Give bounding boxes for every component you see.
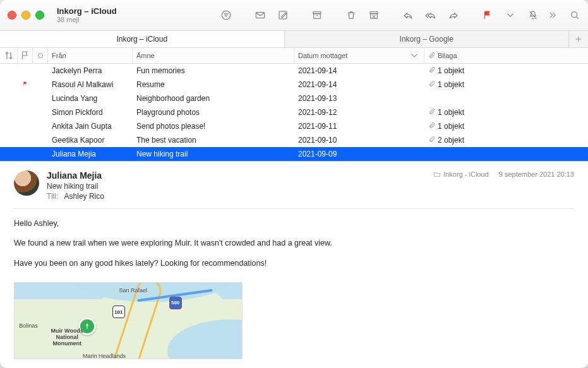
map-attachment[interactable]: 101 580 San Rafael Muir WoodsNationalMon… (14, 282, 243, 359)
forward-icon[interactable] (448, 9, 459, 21)
flag-header-icon (20, 50, 31, 61)
preview-to-line: Till: Ashley Rico (47, 192, 426, 201)
message-row[interactable]: Rasoul Al MalkawiResume2021-09-141 objek… (0, 78, 588, 92)
row-from: Juliana Mejia (48, 150, 133, 158)
junk-icon[interactable] (368, 9, 380, 21)
row-attachment: 1 objekt (424, 80, 570, 89)
row-attachment-text: 1 objekt (438, 80, 464, 89)
paperclip-icon (428, 122, 435, 131)
row-subject: Neighborhood garden (133, 94, 294, 103)
paperclip-icon (428, 136, 435, 145)
filter-icon[interactable] (220, 9, 232, 21)
archive-icon[interactable] (311, 9, 323, 21)
zoom-window-button[interactable] (35, 11, 44, 20)
window-title: Inkorg – iCloud (57, 7, 117, 16)
window-subtitle: 38 mejl (57, 16, 117, 23)
trash-icon[interactable] (345, 9, 357, 21)
svg-rect-1 (256, 13, 265, 18)
message-preview: Juliana Mejia New hiking trail Till: Ash… (0, 161, 588, 368)
tab-label: Inkorg – iCloud (116, 35, 167, 44)
preview-separator (14, 208, 574, 209)
row-date: 2021-09-11 (294, 122, 424, 131)
row-date: 2021-09-13 (294, 94, 424, 103)
close-window-button[interactable] (8, 11, 16, 20)
preview-folder[interactable]: Inkorg - iCloud (433, 170, 489, 178)
column-attachment[interactable]: Bilaga (424, 48, 570, 63)
search-icon[interactable] (569, 9, 580, 21)
message-list-header: Från Ämne Datum mottaget Bilaga (0, 48, 588, 64)
row-from: Lucinda Yang (48, 94, 133, 103)
map-label-bolinas: Bolinas (19, 323, 38, 329)
reply-all-icon[interactable] (425, 9, 436, 21)
flag-icon[interactable] (482, 9, 493, 21)
row-attachment-text: 1 objekt (438, 122, 464, 131)
window-title-block: Inkorg – iCloud 38 mejl (57, 7, 117, 23)
minimize-window-button[interactable] (21, 11, 30, 20)
row-subject: Fun memories (133, 66, 294, 75)
paperclip-icon (428, 80, 435, 89)
paperclip-icon (428, 108, 435, 117)
row-date: 2021-09-14 (294, 66, 424, 75)
read-header-icon (38, 53, 43, 58)
route-shield-580: 580 (169, 297, 182, 309)
sort-icon (3, 50, 15, 61)
map-label-san-rafael: San Rafael (119, 287, 148, 294)
row-attachment-text: 1 objekt (438, 66, 464, 75)
row-from: Geetika Kapoor (48, 136, 133, 145)
row-subject: Send photos please! (133, 122, 294, 131)
message-row[interactable]: Ankita Jain GuptaSend photos please!2021… (0, 119, 588, 133)
preview-from: Juliana Mejia (47, 170, 426, 181)
preview-datetime: 9 september 2021 20:13 (499, 170, 574, 178)
envelope-icon[interactable] (255, 9, 266, 21)
tab-add-button[interactable] (569, 31, 588, 47)
row-from: Simon Pickford (48, 108, 133, 117)
message-row[interactable]: Simon PickfordPlayground photos2021-09-1… (0, 105, 588, 119)
column-from[interactable]: Från (48, 48, 133, 63)
row-subject: New hiking trail (133, 150, 294, 158)
toolbar (220, 9, 539, 21)
row-subject: The best vacation (133, 136, 294, 145)
column-date-label: Datum mottaget (298, 52, 347, 59)
preview-to-value: Ashley Rico (64, 192, 104, 201)
row-date: 2021-09-10 (294, 136, 424, 145)
map-label-muir-woods: Muir WoodsNationalMonument (51, 328, 83, 347)
row-flag (18, 80, 33, 89)
sender-avatar (14, 170, 39, 196)
preview-body: Hello Ashley,We found a new trail when w… (14, 218, 574, 277)
column-subject[interactable]: Ämne (133, 48, 294, 63)
window-controls (8, 11, 44, 20)
row-date: 2021-09-12 (294, 108, 424, 117)
folder-icon (433, 170, 441, 178)
compose-icon[interactable] (277, 9, 289, 21)
route-shield-101: 101 (112, 306, 125, 318)
mailbox-tabbar: Inkorg – iCloud Inkorg – Google (0, 31, 588, 48)
message-row[interactable]: Lucinda YangNeighborhood garden2021-09-1… (0, 92, 588, 105)
row-attachment: 1 objekt (424, 108, 570, 117)
tab-inkorg-icloud[interactable]: Inkorg – iCloud (0, 31, 285, 47)
preview-to-label: Till: (47, 192, 58, 201)
preview-paragraph: Have you been on any good hikes lately? … (14, 258, 574, 270)
overflow-icon[interactable] (546, 9, 558, 21)
tab-label: Inkorg – Google (400, 35, 453, 44)
column-flag[interactable] (18, 48, 33, 63)
row-from: Jackelyn Perra (48, 66, 133, 75)
message-row[interactable]: Jackelyn PerraFun memories2021-09-141 ob… (0, 64, 588, 78)
sort-indicator-icon (409, 50, 420, 61)
tab-inkorg-google[interactable]: Inkorg – Google (285, 31, 570, 47)
message-list: Jackelyn PerraFun memories2021-09-141 ob… (0, 64, 588, 161)
column-date[interactable]: Datum mottaget (294, 48, 424, 63)
column-sort[interactable] (0, 48, 18, 63)
preview-header: Juliana Mejia New hiking trail Till: Ash… (14, 170, 574, 201)
flag-menu-chevron-icon[interactable] (505, 9, 516, 21)
reply-icon[interactable] (402, 9, 414, 21)
message-row[interactable]: Geetika KapoorThe best vacation2021-09-1… (0, 133, 588, 147)
row-date: 2021-09-14 (294, 80, 424, 89)
mute-icon[interactable] (527, 9, 539, 21)
row-attachment: 2 objekt (424, 136, 570, 145)
row-attachment-text: 2 objekt (438, 136, 464, 145)
column-read[interactable] (33, 48, 48, 63)
map-label-marin-headlands: Marin Headlands (83, 353, 126, 359)
message-row[interactable]: Juliana MejiaNew hiking trail2021-09-09 (0, 147, 588, 161)
column-from-label: Från (52, 52, 66, 59)
preview-folder-label: Inkorg - iCloud (443, 170, 489, 178)
